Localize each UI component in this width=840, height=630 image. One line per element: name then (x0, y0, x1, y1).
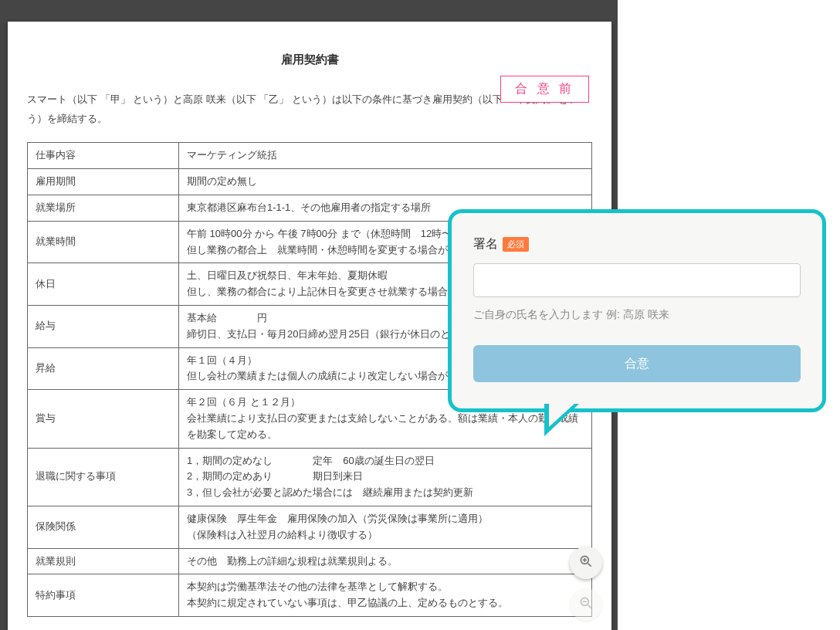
term-value: 期間の定め無し (179, 169, 592, 195)
term-value: 本契約は労働基準法その他の法律を基準として解釈する。 本契約に規定されていない事… (179, 574, 592, 617)
term-label: 保険関係 (28, 506, 179, 548)
term-label: 就業規則 (28, 548, 179, 574)
signature-hint: ご自身の氏名を入力します 例: 高原 咲来 (473, 308, 801, 322)
term-value: 健康保険 厚生年金 雇用保険の加入（労災保険は事業所に適用） （保険料は入社翌月… (179, 506, 592, 548)
table-row: 退職に関する事項1，期間の定めなし 定年 60歳の誕生日の翌日 2，期間の定めあ… (28, 448, 592, 506)
term-value: その他 勤務上の詳細な規程は就業規則よる。 (179, 548, 592, 574)
term-label: 休日 (28, 263, 179, 306)
zoom-in-button[interactable] (570, 547, 602, 579)
table-row: 保険関係健康保険 厚生年金 雇用保険の加入（労災保険は事業所に適用） （保険料は… (28, 506, 592, 548)
signature-popup: 署名 必須 ご自身の氏名を入力します 例: 高原 咲来 合意 (448, 209, 826, 412)
signature-input[interactable] (473, 263, 801, 297)
popup-tail-icon (549, 403, 575, 427)
term-value: マーケティング統括 (179, 143, 592, 169)
term-label: 就業場所 (28, 195, 179, 221)
term-label: 特約事項 (28, 574, 179, 617)
svg-line-5 (588, 605, 591, 608)
zoom-in-icon (578, 554, 594, 572)
zoom-out-button[interactable] (570, 588, 602, 621)
signature-label: 署名 (473, 236, 498, 252)
table-row: 特約事項本契約は労働基準法その他の法律を基準として解釈する。 本契約に規定されて… (28, 574, 592, 617)
term-label: 就業時間 (28, 221, 179, 263)
term-label: 賞与 (28, 390, 179, 448)
term-label: 昇給 (28, 347, 179, 390)
term-label: 退職に関する事項 (28, 448, 179, 506)
table-row: 雇用期間期間の定め無し (28, 169, 592, 195)
term-label: 雇用期間 (28, 169, 179, 195)
term-label: 給与 (28, 305, 179, 347)
term-label: 仕事内容 (28, 143, 179, 169)
table-row: 仕事内容マーケティング統括 (28, 143, 592, 169)
document-title: 雇用契約書 (27, 52, 592, 67)
required-badge: 必須 (503, 237, 529, 252)
agree-button[interactable]: 合意 (473, 345, 801, 382)
zoom-out-icon (578, 595, 594, 614)
term-value: 1，期間の定めなし 定年 60歳の誕生日の翌日 2，期間の定めあり 期日到来日 … (179, 448, 592, 506)
zoom-controls (570, 547, 602, 621)
svg-line-1 (588, 564, 591, 567)
status-stamp: 合 意 前 (500, 76, 589, 103)
table-row: 就業規則その他 勤務上の詳細な規程は就業規則よる。 (28, 548, 592, 574)
